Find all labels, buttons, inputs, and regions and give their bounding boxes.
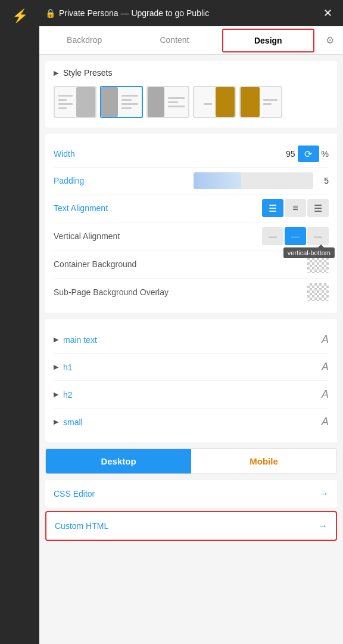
- thumb-image: [216, 87, 235, 117]
- custom-html-link[interactable]: Custom HTML →: [45, 511, 337, 541]
- style-presets-section: ▶ Style Presets: [45, 61, 337, 128]
- thumb-line: [168, 97, 185, 99]
- thumb-image: [241, 87, 260, 117]
- device-toggle: Desktop Mobile: [45, 448, 337, 474]
- thumb-line: [121, 107, 132, 109]
- padding-label: Padding: [54, 176, 189, 185]
- bolt-icon[interactable]: ⚡: [6, 2, 34, 30]
- container-bg-label: Container Background: [54, 259, 307, 269]
- gear-icon[interactable]: ⚙: [317, 35, 343, 46]
- preset-thumb-1[interactable]: [54, 86, 96, 118]
- text-alignment-label: Text Alignment: [54, 203, 262, 213]
- preset-thumb-3[interactable]: [146, 86, 189, 118]
- close-button[interactable]: ✕: [319, 4, 337, 22]
- valign-top-button[interactable]: —: [262, 227, 283, 245]
- valign-bottom-button[interactable]: —: [307, 227, 329, 245]
- tab-backdrop[interactable]: Backdrop: [39, 27, 129, 54]
- padding-row: Padding 5: [54, 168, 329, 194]
- typo-item-h2[interactable]: ▶ h2 A: [54, 381, 329, 408]
- lock-icon: 🔒: [45, 8, 55, 18]
- vertical-alignment-label: Vertical Alignment: [54, 231, 262, 241]
- text-alignment-row: Text Alignment ☰ ≡ ☰: [54, 194, 329, 222]
- width-value: 95: [279, 149, 295, 159]
- tab-design[interactable]: Design: [222, 29, 314, 52]
- thumb-line: [58, 103, 73, 105]
- preset-thumb-4[interactable]: [193, 86, 236, 118]
- chevron-icon: ▶: [54, 336, 58, 343]
- valign-middle-button[interactable]: —: [285, 227, 306, 245]
- typography-section: ▶ main text A ▶ h1 A ▶ h2 A ▶ small: [45, 319, 337, 442]
- typo-item-small[interactable]: ▶ small A: [54, 408, 329, 435]
- css-editor-arrow: →: [319, 488, 329, 499]
- width-row: Width 95 ⟳ %: [54, 141, 329, 168]
- width-control: 95 ⟳ %: [279, 145, 329, 162]
- typo-label-small: small: [63, 417, 322, 427]
- subpage-bg-label: Sub-Page Background Overlay: [54, 287, 307, 297]
- thumb-line: [121, 99, 132, 101]
- chevron-icon: ▶: [54, 69, 58, 77]
- design-panel: ▶ Style Presets: [39, 55, 343, 644]
- top-bar-title: Private Persona — Upgrade to go Public: [59, 8, 319, 18]
- toggle-icon: ⟳: [304, 148, 312, 160]
- custom-html-label: Custom HTML: [55, 521, 318, 531]
- width-toggle-button[interactable]: ⟳: [298, 145, 319, 162]
- typo-label-main-text: main text: [63, 335, 322, 345]
- padding-control: 5: [194, 172, 329, 189]
- thumb-image: [148, 87, 164, 117]
- desktop-button[interactable]: Desktop: [46, 449, 191, 473]
- css-editor-label: CSS Editor: [54, 489, 319, 499]
- padding-value: 5: [317, 176, 329, 185]
- right-panel: 🔒 Private Persona — Upgrade to go Public…: [39, 0, 343, 644]
- thumb-line: [58, 99, 67, 101]
- settings-section: Width 95 ⟳ % Padding 5: [45, 134, 337, 313]
- font-icon-h1: A: [322, 361, 329, 373]
- thumb-line: [58, 95, 73, 97]
- preset-thumb-2[interactable]: [100, 86, 143, 118]
- thumb-line: [204, 103, 212, 105]
- thumb-line: [121, 95, 138, 97]
- thumb-line: [58, 107, 67, 109]
- css-editor-link[interactable]: CSS Editor →: [45, 480, 337, 507]
- subpage-bg-swatch[interactable]: [307, 283, 329, 301]
- font-icon-h2: A: [322, 388, 329, 401]
- width-unit: %: [322, 149, 329, 159]
- thumb-line: [168, 101, 178, 103]
- chevron-icon: ▶: [54, 391, 58, 398]
- typo-item-h1[interactable]: ▶ h1 A: [54, 354, 329, 381]
- typo-label-h2: h2: [63, 390, 322, 400]
- padding-bar[interactable]: [194, 172, 313, 189]
- chevron-icon: ▶: [54, 418, 58, 426]
- thumb-image: [76, 87, 95, 117]
- vertical-align-buttons: — — — vertical-bottom: [262, 227, 329, 245]
- vertical-tooltip: vertical-bottom: [283, 247, 335, 258]
- tab-content[interactable]: Content: [129, 27, 219, 54]
- thumb-line: [263, 99, 277, 101]
- align-center-button[interactable]: ≡: [285, 199, 306, 217]
- font-icon-small: A: [322, 416, 329, 428]
- preset-thumb-5[interactable]: [239, 86, 282, 118]
- typo-item-main-text[interactable]: ▶ main text A: [54, 326, 329, 354]
- top-bar: 🔒 Private Persona — Upgrade to go Public…: [39, 0, 343, 26]
- preset-thumbnails: [54, 86, 329, 118]
- style-presets-label: Style Presets: [63, 68, 112, 78]
- mobile-button[interactable]: Mobile: [191, 449, 336, 473]
- custom-html-arrow: →: [318, 521, 328, 531]
- align-right-button[interactable]: ☰: [307, 199, 329, 217]
- thumb-image: [101, 87, 118, 117]
- left-sidebar: ⚡: [0, 0, 39, 644]
- typo-label-h1: h1: [63, 363, 322, 372]
- thumb-line: [121, 103, 138, 105]
- style-presets-header[interactable]: ▶ Style Presets: [54, 68, 329, 78]
- tabs: Backdrop Content Design ⚙: [39, 26, 343, 55]
- font-icon-main-text: A: [322, 333, 329, 346]
- width-label: Width: [54, 149, 279, 159]
- thumb-line: [168, 106, 185, 107]
- thumb-line: [263, 103, 272, 105]
- align-left-button[interactable]: ☰: [262, 199, 283, 217]
- chevron-icon: ▶: [54, 363, 58, 371]
- text-align-buttons: ☰ ≡ ☰: [262, 199, 329, 217]
- vertical-alignment-row: Vertical Alignment — — — vertical-bottom: [54, 222, 329, 250]
- subpage-bg-row: Sub-Page Background Overlay: [54, 278, 329, 306]
